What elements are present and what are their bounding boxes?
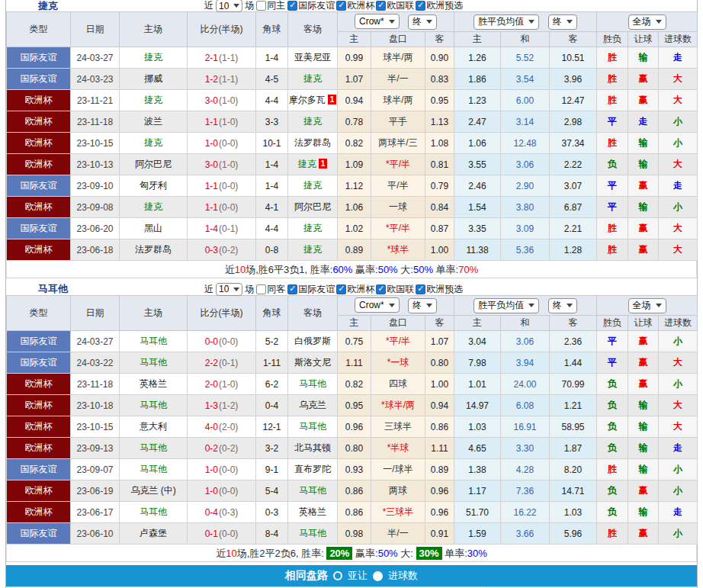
result-cell: 胜 xyxy=(597,459,628,480)
filter-checkbox[interactable] xyxy=(287,1,297,11)
match-row: 国际友谊24-03-27捷克2-1(1-1)1-4亚美尼亚0.99球半/两0.9… xyxy=(7,47,698,69)
col-home: 主场 xyxy=(120,296,188,331)
filter-checkbox[interactable] xyxy=(287,284,297,294)
odds-home-cell: 0.96 xyxy=(338,416,371,438)
footer-title: 相同盘路 xyxy=(285,569,328,583)
scope-select-group: 全场 xyxy=(597,296,698,316)
league-badge-cell: 欧洲杯 xyxy=(7,480,71,502)
goals-cell: 小 xyxy=(659,133,698,154)
result-cell: 平 xyxy=(597,331,628,352)
filter-checkbox[interactable] xyxy=(376,1,386,11)
handicap-cell: 两球半/三 xyxy=(371,133,425,154)
home-team-cell: 捷克 xyxy=(120,90,188,111)
mean-home-cell: 11.38 xyxy=(454,239,501,261)
home-team-cell: 捷克 xyxy=(120,133,188,154)
same-venue-filter[interactable]: 同主 xyxy=(256,0,285,12)
away-team-cell: 捷克1 xyxy=(288,154,338,175)
same-venue-checkbox[interactable] xyxy=(256,284,266,294)
col-score: 比分(半场) xyxy=(188,296,256,331)
result-cell: 胜 xyxy=(597,69,628,90)
same-venue-checkbox[interactable] xyxy=(256,1,266,11)
final-odds-select[interactable]: 终 xyxy=(408,14,437,30)
league-filter[interactable]: 国际友谊 xyxy=(287,283,335,296)
mean-select[interactable]: 胜平负均值 xyxy=(473,298,539,313)
odds-away-cell: 1.13 xyxy=(425,111,454,133)
match-row: 国际友谊23-06-20黑山1-4(0-1)4-4捷克1.02*平/半0.873… xyxy=(7,218,698,239)
league-filter[interactable]: 欧国联 xyxy=(376,283,414,296)
same-venue-filter[interactable]: 同客 xyxy=(256,283,285,296)
company-select-value: Crow* xyxy=(359,300,384,310)
col-handicap: 盘口 xyxy=(371,32,425,47)
filter-checkbox[interactable] xyxy=(336,284,346,294)
filter-label: 欧洲预选 xyxy=(426,0,463,12)
away-team-cell: 乌克兰 xyxy=(288,395,338,416)
scope-select[interactable]: 全场 xyxy=(628,298,666,313)
home-team-cell: 法罗群岛 xyxy=(120,239,188,261)
mean-home-cell: 1.86 xyxy=(454,69,501,90)
final-mean-select[interactable]: 终 xyxy=(548,14,577,30)
score-cell: 2-0(1-0) xyxy=(188,374,256,395)
odds-home-cell: 0.98 xyxy=(338,523,371,545)
mean-select[interactable]: 胜平负均值 xyxy=(473,14,539,30)
match-count-value: 10 xyxy=(219,284,229,294)
chevron-down-icon xyxy=(426,304,432,310)
odds-home-cell: 1.09 xyxy=(338,154,371,175)
mean-away-cell: 14.71 xyxy=(550,480,597,502)
goals-label: 进球数 xyxy=(388,569,418,583)
handicap-result-cell: 赢 xyxy=(628,352,659,374)
asian-handicap-radio[interactable] xyxy=(333,571,342,580)
summary-segment: 50% xyxy=(378,264,398,275)
scope-select-value: 全场 xyxy=(633,15,651,28)
mean-away-cell: 70.99 xyxy=(550,374,597,395)
summary-segment: 单率: xyxy=(442,548,467,559)
goals-cell: 小 xyxy=(659,197,698,218)
filter-checkbox[interactable] xyxy=(336,1,346,11)
scope-select[interactable]: 全场 xyxy=(628,14,666,30)
mean-draw-cell: 3.30 xyxy=(501,438,550,459)
handicap-cell: 两球 xyxy=(371,480,425,502)
handicap-cell: *球半 xyxy=(371,239,425,261)
mean-draw-cell: 3.14 xyxy=(501,111,550,133)
goals-radio[interactable] xyxy=(373,571,383,581)
odds-away-cell: 0.81 xyxy=(425,154,454,175)
home-team-cell: 捷克 xyxy=(120,197,188,218)
date-cell: 23-10-13 xyxy=(71,154,120,175)
date-cell: 23-09-07 xyxy=(71,459,120,480)
odds-home-cell: 0.75 xyxy=(338,331,371,352)
company-select[interactable]: Crow* xyxy=(355,14,400,29)
team-title: 捷克 xyxy=(38,0,204,13)
mean-home-cell: 2.46 xyxy=(454,175,501,197)
col-odds-away: 客 xyxy=(425,32,454,47)
odds-home-cell: 0.86 xyxy=(338,502,371,523)
odds-away-cell: 0.90 xyxy=(425,47,454,69)
summary-segment: 20% xyxy=(326,547,352,560)
league-filter[interactable]: 欧洲杯 xyxy=(336,283,374,296)
filter-bar: 近 10 场 同客 国际友谊欧洲杯欧国联欧洲预选 xyxy=(204,283,463,296)
col-corner: 角球 xyxy=(256,296,288,331)
league-filter[interactable]: 欧洲预选 xyxy=(416,283,463,296)
final-mean-select[interactable]: 终 xyxy=(548,298,577,313)
handicap-result-cell: 走 xyxy=(628,111,659,133)
filter-checkbox[interactable] xyxy=(416,284,425,294)
filter-checkbox[interactable] xyxy=(416,1,425,11)
mean-draw-cell: 24.00 xyxy=(501,374,550,395)
league-filter[interactable]: 欧国联 xyxy=(376,0,414,12)
league-filter[interactable]: 国际友谊 xyxy=(287,0,335,12)
match-row: 欧洲杯23-10-15意大利4-0(2-0)12-1马耳他0.96三球半0.86… xyxy=(7,416,698,438)
league-filter[interactable]: 欧洲预选 xyxy=(416,0,463,12)
score-cell: 2-2(0-1) xyxy=(188,352,256,374)
away-team-cell: 捷克 xyxy=(288,175,338,197)
result-cell: 平 xyxy=(597,111,628,133)
match-count-select[interactable]: 10 xyxy=(216,283,242,296)
filter-checkbox[interactable] xyxy=(376,284,386,294)
mean-home-cell: 1.54 xyxy=(454,197,501,218)
mean-away-cell: 1.28 xyxy=(550,239,597,261)
summary-segment: 单率: xyxy=(433,264,458,275)
company-select[interactable]: Crow* xyxy=(355,297,400,313)
final-odds-select[interactable]: 终 xyxy=(408,298,437,313)
match-count-select[interactable]: 10 xyxy=(216,0,242,12)
league-filter[interactable]: 欧洲杯 xyxy=(336,0,374,12)
corner-cell: 1-11 xyxy=(256,352,288,374)
home-team-cell: 马耳他 xyxy=(120,331,188,352)
col-result: 胜负 xyxy=(597,316,628,331)
